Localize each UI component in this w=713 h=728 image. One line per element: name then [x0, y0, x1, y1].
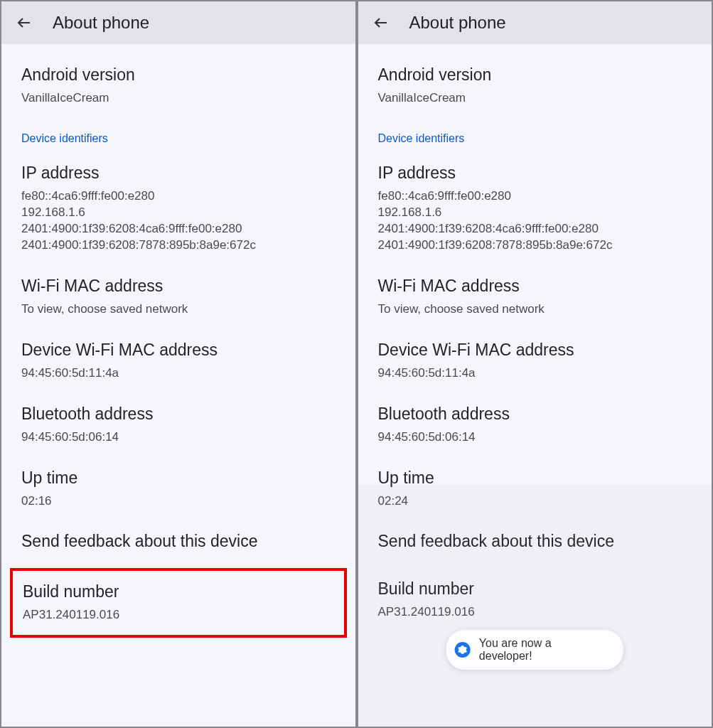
- bluetooth-label: Bluetooth address: [378, 405, 692, 424]
- build-number-value: AP31.240119.016: [378, 604, 682, 621]
- android-version-value: VanillaIceCream: [378, 90, 692, 107]
- back-icon[interactable]: [16, 14, 33, 31]
- content: Android version VanillaIceCream Device i…: [358, 44, 712, 629]
- device-wifi-mac-label: Device Wi-Fi MAC address: [21, 341, 336, 360]
- ip-address-row[interactable]: IP address fe80::4ca6:9fff:fe00:e280 192…: [21, 164, 336, 254]
- build-number-row-highlighted[interactable]: Build number AP31.240119.016: [10, 568, 347, 638]
- device-wifi-mac-label: Device Wi-Fi MAC address: [378, 341, 692, 360]
- wifi-mac-label: Wi-Fi MAC address: [21, 277, 336, 296]
- uptime-value: 02:16: [21, 493, 336, 510]
- bluetooth-label: Bluetooth address: [21, 405, 336, 424]
- wifi-mac-value: To view, choose saved network: [21, 301, 336, 318]
- feedback-link[interactable]: Send feedback about this device: [21, 532, 336, 551]
- bluetooth-value: 94:45:60:5d:06:14: [378, 429, 692, 446]
- header: About phone: [1, 1, 355, 44]
- bluetooth-row[interactable]: Bluetooth address 94:45:60:5d:06:14: [21, 405, 336, 446]
- uptime-label: Up time: [378, 469, 692, 488]
- wifi-mac-label: Wi-Fi MAC address: [378, 277, 692, 296]
- gear-icon: [455, 642, 471, 658]
- ip-address-row[interactable]: IP address fe80::4ca6:9fff:fe00:e280 192…: [378, 164, 692, 254]
- content: Android version VanillaIceCream Device i…: [1, 44, 355, 638]
- wifi-mac-row[interactable]: Wi-Fi MAC address To view, choose saved …: [21, 277, 336, 318]
- device-wifi-mac-row[interactable]: Device Wi-Fi MAC address 94:45:60:5d:11:…: [378, 341, 692, 382]
- ip-address-value: fe80::4ca6:9fff:fe00:e280 192.168.1.6 24…: [378, 188, 692, 254]
- build-number-value: AP31.240119.016: [23, 607, 334, 623]
- right-panel: About phone Android version VanillaIceCr…: [357, 0, 714, 728]
- build-number-label: Build number: [23, 582, 334, 601]
- page-title: About phone: [53, 13, 149, 33]
- android-version-row[interactable]: Android version VanillaIceCream: [378, 65, 692, 107]
- ip-address-label: IP address: [378, 164, 692, 183]
- device-identifiers-header: Device identifiers: [378, 132, 692, 145]
- uptime-label: Up time: [21, 469, 336, 488]
- device-wifi-mac-row[interactable]: Device Wi-Fi MAC address 94:45:60:5d:11:…: [21, 341, 336, 382]
- bluetooth-value: 94:45:60:5d:06:14: [21, 429, 336, 446]
- device-identifiers-header: Device identifiers: [21, 132, 336, 145]
- back-icon[interactable]: [372, 14, 390, 31]
- header: About phone: [358, 1, 712, 44]
- wifi-mac-value: To view, choose saved network: [378, 301, 692, 318]
- uptime-row[interactable]: Up time 02:24: [378, 469, 692, 510]
- developer-toast: You are now a developer!: [446, 630, 623, 670]
- android-version-row[interactable]: Android version VanillaIceCream: [21, 65, 336, 107]
- android-version-label: Android version: [378, 65, 692, 85]
- ip-address-label: IP address: [21, 164, 336, 183]
- left-panel: About phone Android version VanillaIceCr…: [0, 0, 357, 728]
- page-title: About phone: [409, 13, 506, 33]
- toast-text: You are now a developer!: [479, 637, 608, 663]
- android-version-value: VanillaIceCream: [21, 90, 336, 107]
- device-wifi-mac-value: 94:45:60:5d:11:4a: [21, 365, 336, 382]
- build-number-row[interactable]: Build number AP31.240119.016: [378, 568, 692, 629]
- uptime-value: 02:24: [378, 493, 692, 510]
- android-version-label: Android version: [21, 65, 336, 85]
- ip-address-value: fe80::4ca6:9fff:fe00:e280 192.168.1.6 24…: [21, 188, 336, 254]
- device-wifi-mac-value: 94:45:60:5d:11:4a: [378, 365, 692, 382]
- uptime-row[interactable]: Up time 02:16: [21, 469, 336, 510]
- bluetooth-row[interactable]: Bluetooth address 94:45:60:5d:06:14: [378, 405, 692, 446]
- feedback-link[interactable]: Send feedback about this device: [378, 532, 692, 551]
- build-number-label: Build number: [378, 579, 682, 599]
- wifi-mac-row[interactable]: Wi-Fi MAC address To view, choose saved …: [378, 277, 692, 318]
